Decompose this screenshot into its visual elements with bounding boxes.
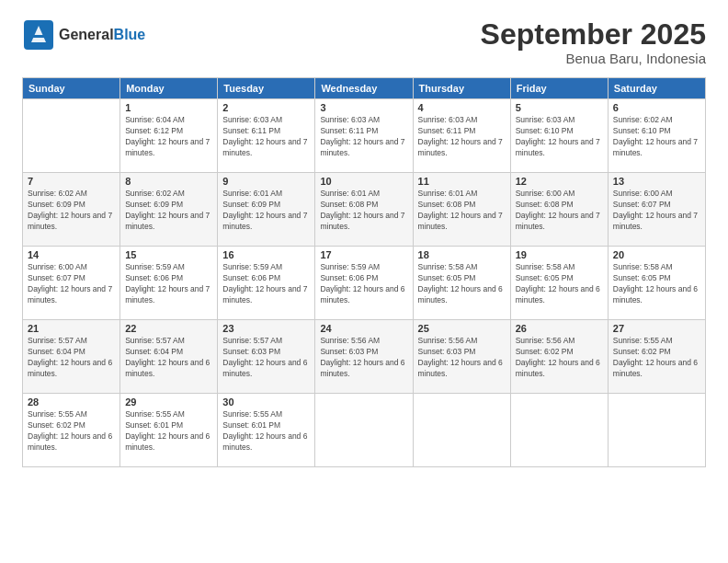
cell-info: Sunrise: 5:55 AM Sunset: 6:02 PM Dayligh… xyxy=(28,409,115,454)
col-tuesday: Tuesday xyxy=(218,78,315,99)
calendar-body: 1Sunrise: 6:04 AM Sunset: 6:12 PM Daylig… xyxy=(23,99,706,467)
cell-date: 22 xyxy=(125,323,212,334)
cell-date: 27 xyxy=(613,323,700,334)
cell-date: 28 xyxy=(28,396,115,408)
calendar-cell: 12Sunrise: 6:00 AM Sunset: 6:08 PM Dayli… xyxy=(510,173,608,247)
page: GeneralBlue September 2025 Benua Baru, I… xyxy=(0,0,728,563)
cell-info: Sunrise: 5:55 AM Sunset: 6:02 PM Dayligh… xyxy=(613,336,700,380)
calendar-cell: 23Sunrise: 5:57 AM Sunset: 6:03 PM Dayli… xyxy=(218,320,315,394)
cell-date: 7 xyxy=(28,176,115,187)
cell-info: Sunrise: 5:56 AM Sunset: 6:03 PM Dayligh… xyxy=(320,336,407,380)
cell-date: 13 xyxy=(613,176,700,187)
cell-date: 9 xyxy=(222,176,310,187)
calendar-cell: 28Sunrise: 5:55 AM Sunset: 6:02 PM Dayli… xyxy=(23,394,120,467)
cell-info: Sunrise: 5:59 AM Sunset: 6:06 PM Dayligh… xyxy=(320,262,407,306)
cell-info: Sunrise: 6:00 AM Sunset: 6:07 PM Dayligh… xyxy=(613,189,700,233)
cell-date: 26 xyxy=(516,323,603,334)
cell-info: Sunrise: 5:56 AM Sunset: 6:02 PM Dayligh… xyxy=(516,336,603,380)
calendar-cell: 26Sunrise: 5:56 AM Sunset: 6:02 PM Dayli… xyxy=(510,320,608,394)
calendar-cell: 3Sunrise: 6:03 AM Sunset: 6:11 PM Daylig… xyxy=(315,99,413,173)
calendar-cell xyxy=(413,394,510,467)
cell-date: 14 xyxy=(28,249,115,260)
cell-date: 4 xyxy=(418,102,506,113)
calendar-cell: 21Sunrise: 5:57 AM Sunset: 6:04 PM Dayli… xyxy=(23,320,120,394)
calendar-week-0: 1Sunrise: 6:04 AM Sunset: 6:12 PM Daylig… xyxy=(23,99,706,173)
calendar-cell: 24Sunrise: 5:56 AM Sunset: 6:03 PM Dayli… xyxy=(315,320,413,394)
cell-info: Sunrise: 6:01 AM Sunset: 6:09 PM Dayligh… xyxy=(222,189,310,233)
calendar-week-2: 14Sunrise: 6:00 AM Sunset: 6:07 PM Dayli… xyxy=(23,247,706,320)
title-block: September 2025 Benua Baru, Indonesia xyxy=(481,18,706,66)
cell-date: 25 xyxy=(418,323,506,334)
cell-info: Sunrise: 5:58 AM Sunset: 6:05 PM Dayligh… xyxy=(418,262,506,306)
cell-info: Sunrise: 5:57 AM Sunset: 6:03 PM Dayligh… xyxy=(222,336,310,380)
cell-info: Sunrise: 5:59 AM Sunset: 6:06 PM Dayligh… xyxy=(222,262,310,306)
svg-rect-2 xyxy=(33,35,44,38)
cell-info: Sunrise: 6:03 AM Sunset: 6:11 PM Dayligh… xyxy=(222,115,310,159)
cell-info: Sunrise: 6:00 AM Sunset: 6:07 PM Dayligh… xyxy=(28,262,115,306)
calendar-cell: 30Sunrise: 5:55 AM Sunset: 6:01 PM Dayli… xyxy=(218,394,315,467)
cell-info: Sunrise: 5:59 AM Sunset: 6:06 PM Dayligh… xyxy=(125,262,212,306)
calendar-cell: 6Sunrise: 6:02 AM Sunset: 6:10 PM Daylig… xyxy=(608,99,705,173)
calendar-week-4: 28Sunrise: 5:55 AM Sunset: 6:02 PM Dayli… xyxy=(23,394,706,467)
cell-date: 5 xyxy=(516,102,603,113)
col-sunday: Sunday xyxy=(23,78,120,99)
cell-date: 11 xyxy=(418,176,506,187)
cell-info: Sunrise: 6:03 AM Sunset: 6:10 PM Dayligh… xyxy=(516,115,603,159)
cell-info: Sunrise: 5:58 AM Sunset: 6:05 PM Dayligh… xyxy=(516,262,603,306)
calendar-cell: 27Sunrise: 5:55 AM Sunset: 6:02 PM Dayli… xyxy=(608,320,705,394)
calendar-header-row: Sunday Monday Tuesday Wednesday Thursday… xyxy=(23,78,706,99)
month-title: September 2025 xyxy=(481,18,706,51)
cell-info: Sunrise: 5:56 AM Sunset: 6:03 PM Dayligh… xyxy=(418,336,506,380)
col-thursday: Thursday xyxy=(413,78,510,99)
cell-date: 16 xyxy=(222,249,310,260)
calendar-cell: 22Sunrise: 5:57 AM Sunset: 6:04 PM Dayli… xyxy=(120,320,218,394)
cell-date: 17 xyxy=(320,249,407,260)
cell-date: 30 xyxy=(222,396,310,408)
calendar-cell: 2Sunrise: 6:03 AM Sunset: 6:11 PM Daylig… xyxy=(218,99,315,173)
cell-info: Sunrise: 6:01 AM Sunset: 6:08 PM Dayligh… xyxy=(320,189,407,233)
calendar-cell: 10Sunrise: 6:01 AM Sunset: 6:08 PM Dayli… xyxy=(315,173,413,247)
cell-date: 19 xyxy=(516,249,603,260)
cell-date: 1 xyxy=(125,102,212,113)
cell-info: Sunrise: 6:02 AM Sunset: 6:09 PM Dayligh… xyxy=(28,189,115,233)
calendar-cell xyxy=(510,394,608,467)
calendar-cell: 18Sunrise: 5:58 AM Sunset: 6:05 PM Dayli… xyxy=(413,247,510,320)
cell-info: Sunrise: 5:55 AM Sunset: 6:01 PM Dayligh… xyxy=(222,409,310,454)
cell-info: Sunrise: 5:55 AM Sunset: 6:01 PM Dayligh… xyxy=(125,409,212,454)
calendar-week-1: 7Sunrise: 6:02 AM Sunset: 6:09 PM Daylig… xyxy=(23,173,706,247)
calendar-cell: 19Sunrise: 5:58 AM Sunset: 6:05 PM Dayli… xyxy=(510,247,608,320)
calendar-cell: 15Sunrise: 5:59 AM Sunset: 6:06 PM Dayli… xyxy=(120,247,218,320)
calendar-cell: 14Sunrise: 6:00 AM Sunset: 6:07 PM Dayli… xyxy=(23,247,120,320)
calendar-cell: 17Sunrise: 5:59 AM Sunset: 6:06 PM Dayli… xyxy=(315,247,413,320)
cell-info: Sunrise: 5:58 AM Sunset: 6:05 PM Dayligh… xyxy=(613,262,700,306)
header: GeneralBlue September 2025 Benua Baru, I… xyxy=(22,18,706,66)
cell-date: 2 xyxy=(222,102,310,113)
calendar-cell: 5Sunrise: 6:03 AM Sunset: 6:10 PM Daylig… xyxy=(510,99,608,173)
calendar-cell: 4Sunrise: 6:03 AM Sunset: 6:11 PM Daylig… xyxy=(413,99,510,173)
cell-date: 23 xyxy=(222,323,310,334)
col-monday: Monday xyxy=(120,78,218,99)
calendar-cell: 16Sunrise: 5:59 AM Sunset: 6:06 PM Dayli… xyxy=(218,247,315,320)
cell-date: 18 xyxy=(418,249,506,260)
cell-date: 24 xyxy=(320,323,407,334)
cell-date: 3 xyxy=(320,102,407,113)
logo-general: General xyxy=(59,27,114,42)
logo: GeneralBlue xyxy=(22,18,145,52)
logo-icon xyxy=(22,18,55,52)
cell-date: 6 xyxy=(613,102,700,113)
calendar-cell xyxy=(23,99,120,173)
calendar-cell: 11Sunrise: 6:01 AM Sunset: 6:08 PM Dayli… xyxy=(413,173,510,247)
cell-info: Sunrise: 5:57 AM Sunset: 6:04 PM Dayligh… xyxy=(125,336,212,380)
calendar-cell xyxy=(608,394,705,467)
cell-info: Sunrise: 6:02 AM Sunset: 6:10 PM Dayligh… xyxy=(613,115,700,159)
cell-info: Sunrise: 6:03 AM Sunset: 6:11 PM Dayligh… xyxy=(418,115,506,159)
logo-text: GeneralBlue xyxy=(59,27,145,43)
cell-date: 10 xyxy=(320,176,407,187)
cell-info: Sunrise: 6:03 AM Sunset: 6:11 PM Dayligh… xyxy=(320,115,407,159)
calendar-cell: 8Sunrise: 6:02 AM Sunset: 6:09 PM Daylig… xyxy=(120,173,218,247)
calendar-cell: 20Sunrise: 5:58 AM Sunset: 6:05 PM Dayli… xyxy=(608,247,705,320)
cell-info: Sunrise: 6:00 AM Sunset: 6:08 PM Dayligh… xyxy=(516,189,603,233)
col-wednesday: Wednesday xyxy=(315,78,413,99)
location: Benua Baru, Indonesia xyxy=(481,51,706,66)
cell-date: 12 xyxy=(516,176,603,187)
